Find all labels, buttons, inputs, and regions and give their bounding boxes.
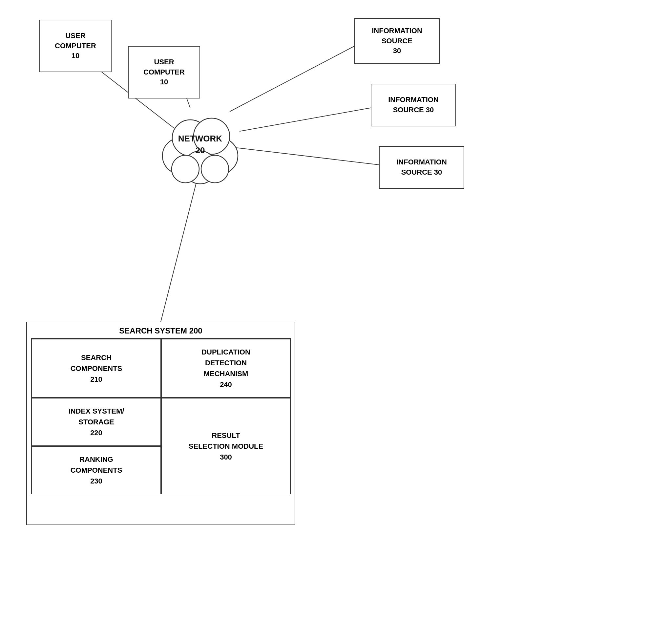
search-system-title: SEARCH SYSTEM 200	[27, 322, 294, 338]
svg-point-13	[201, 155, 229, 183]
user-computer-2-box: USER COMPUTER 10	[128, 46, 200, 98]
search-system-container: SEARCH SYSTEM 200 SEARCH COMPONENTS 210 …	[26, 322, 295, 525]
duplication-detection-cell: DUPLICATION DETECTION MECHANISM 240	[161, 339, 291, 398]
user-computer-1-label: USER COMPUTER 10	[55, 31, 96, 61]
info-source-1-box: INFORMATION SOURCE 30	[354, 18, 440, 64]
index-system-label: INDEX SYSTEM/ STORAGE 220	[68, 406, 124, 438]
user-computer-1-box: USER COMPUTER 10	[39, 20, 112, 72]
ranking-components-label: RANKING COMPONENTS 230	[70, 454, 122, 487]
result-selection-cell: RESULT SELECTION MODULE 300	[161, 398, 291, 494]
duplication-detection-label: DUPLICATION DETECTION MECHANISM 240	[202, 347, 250, 390]
svg-line-3	[239, 107, 377, 131]
svg-line-5	[161, 181, 197, 322]
search-components-cell: SEARCH COMPONENTS 210	[32, 339, 161, 398]
network-label: NETWORK20	[178, 133, 222, 157]
info-source-3-box: INFORMATION SOURCE 30	[379, 146, 464, 189]
result-selection-label: RESULT SELECTION MODULE 300	[188, 430, 263, 462]
ranking-components-cell: RANKING COMPONENTS 230	[32, 446, 161, 494]
index-system-cell: INDEX SYSTEM/ STORAGE 220	[32, 398, 161, 446]
info-source-2-label: INFORMATION SOURCE 30	[388, 95, 439, 115]
network-cloud: NETWORK20	[148, 98, 253, 190]
user-computer-2-label: USER COMPUTER 10	[143, 57, 185, 87]
info-source-3-label: INFORMATION SOURCE 30	[396, 157, 447, 178]
search-components-label: SEARCH COMPONENTS 210	[70, 352, 122, 385]
diagram: USER COMPUTER 10 USER COMPUTER 10 INFORM…	[0, 0, 648, 644]
svg-line-4	[236, 148, 387, 166]
info-source-1-label: INFORMATION SOURCE 30	[372, 26, 422, 56]
info-source-2-box: INFORMATION SOURCE 30	[371, 84, 456, 127]
svg-point-12	[172, 155, 199, 183]
